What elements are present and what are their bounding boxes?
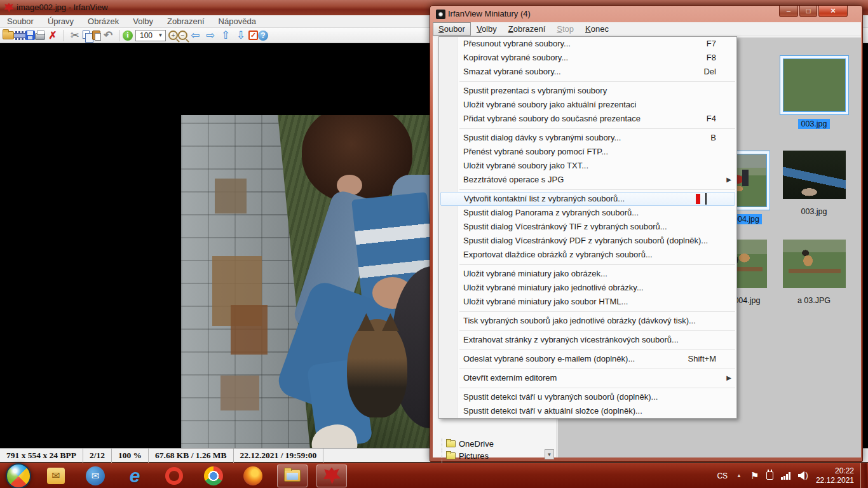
thumbs-menu-item[interactable]: Zobrazení — [503, 22, 552, 36]
main-window-title: image002.jpg - IrfanView — [17, 0, 108, 15]
file-menu-item[interactable]: Vytvořit kontaktní list z vybraných soub… — [440, 192, 735, 206]
help-icon[interactable]: ? — [258, 30, 268, 41]
main-menu-item[interactable]: Soubor — [0, 15, 41, 28]
outlook-icon[interactable]: ✉ — [41, 464, 71, 487]
action-center-flag-icon[interactable]: ⚑ — [750, 470, 759, 482]
file-menu-item[interactable]: Uložit vybrané miniatury jako obrázek...… — [439, 267, 736, 281]
file-menu-item[interactable]: ▶ — [439, 328, 736, 333]
toolbar-button[interactable] — [64, 30, 64, 41]
folder-tree-item[interactable]: Pictures — [442, 450, 543, 462]
file-menu-item[interactable]: Uložit vybrané miniatury jako jednotlivé… — [439, 281, 736, 295]
info-icon[interactable]: i — [123, 30, 133, 41]
thumbs-menu-item[interactable]: Soubor — [433, 22, 471, 36]
file-menu-item[interactable]: ▶ — [439, 187, 736, 192]
close-button[interactable]: × — [818, 6, 848, 17]
next-image-icon[interactable]: ⇨ — [203, 29, 218, 43]
submenu-arrow-icon: ▶ — [726, 173, 731, 187]
thumbnail-image — [783, 240, 846, 288]
file-menu-item[interactable]: ▶ — [439, 347, 736, 352]
internet-explorer-icon[interactable]: e — [119, 464, 150, 487]
undo-icon[interactable]: ↶ — [100, 29, 116, 43]
thumbs-menu-item[interactable]: Konec — [580, 22, 614, 36]
file-menu-item[interactable]: Spustit detekci tváří v aktuální složce … — [439, 404, 736, 418]
thumbnail-item[interactable]: 003.jpg — [772, 55, 856, 129]
folder-tree-item[interactable]: OneDrive — [442, 438, 543, 450]
zoom-out-icon[interactable]: − — [178, 30, 187, 40]
thumbs-menu-item[interactable]: Volby — [471, 22, 503, 36]
file-menu-item[interactable]: Del Smazat vybrané soubory... ▶ — [439, 65, 736, 79]
thumbnail-item[interactable]: 003.jpg — [772, 151, 856, 217]
file-menu-item[interactable]: Spustit dialog Vícestránkový PDF z vybra… — [439, 234, 736, 248]
main-menu-item[interactable]: Volby — [126, 15, 160, 28]
file-menu-item[interactable]: Spustit detekci tváří u vybraných soubor… — [439, 390, 736, 404]
folder-icon — [446, 452, 456, 459]
file-menu-item[interactable]: F8 Kopírovat vybrané soubory... ▶ — [439, 51, 736, 65]
windows-taskbar: ✉✉e CS ▲ ⚑ 20:22 22.12.2021 — [0, 463, 868, 488]
firefox-icon[interactable] — [238, 464, 268, 487]
file-menu-item[interactable]: F4 Přidat vybrané soubory do současné pr… — [439, 112, 736, 126]
file-menu-item[interactable]: Uložit vybrané soubory jako TXT... ▶ — [439, 159, 736, 173]
copy-icon[interactable] — [83, 30, 90, 39]
thumbs-menu-item[interactable]: Stop — [551, 22, 580, 36]
save-icon[interactable] — [25, 30, 35, 40]
volume-icon[interactable] — [798, 471, 808, 480]
delete-icon[interactable]: ✗ — [45, 29, 60, 43]
zoom-level-combobox[interactable]: 100 ▼ — [135, 30, 166, 41]
prev-image-icon[interactable]: ⇦ — [187, 29, 203, 43]
file-menu-item[interactable]: F7 Přesunout vybrané soubory... ▶ — [439, 37, 736, 51]
thumbnail-item[interactable]: a 03.JPG — [772, 240, 856, 306]
open-icon[interactable] — [3, 31, 14, 39]
main-menu-item[interactable]: Úpravy — [41, 15, 81, 28]
clock[interactable]: 20:22 22.12.2021 — [816, 466, 854, 485]
file-menu-item[interactable]: Uložit vybrané miniatury jako soubor HTM… — [439, 295, 736, 309]
file-menu-item[interactable]: Tisk vybraných souborů jako jednotlivé o… — [439, 314, 736, 328]
file-menu-item[interactable]: ▶ — [439, 385, 736, 390]
first-image-icon[interactable]: ⇧ — [218, 29, 233, 43]
file-menu-item[interactable]: Otevřít externím editorem ▶ — [439, 371, 736, 385]
last-image-icon[interactable]: ⇩ — [233, 29, 248, 43]
file-menu-item[interactable]: ▶ — [439, 366, 736, 371]
file-menu-item[interactable]: Shift+M Odeslat vybrané soubory e-mailem… — [439, 352, 736, 366]
zoom-in-icon[interactable]: + — [168, 30, 178, 40]
properties-icon[interactable]: ✓ — [248, 30, 258, 40]
file-menu-item[interactable]: ▶ — [439, 126, 736, 131]
language-indicator[interactable]: CS — [717, 471, 728, 480]
tree-scroll-down-arrow[interactable]: ▼ — [545, 449, 554, 459]
file-menu-item[interactable]: Exportovat dlaždice obrázků z vybraných … — [439, 248, 736, 262]
menu-shortcut: F8 — [707, 51, 716, 65]
main-menu-item[interactable]: Nápověda — [212, 15, 263, 28]
thumbnail-filename: a 03.JPG — [795, 295, 833, 306]
file-menu-item[interactable]: Spustit dialog Vícestránkový TIF z vybra… — [439, 220, 736, 234]
main-menu-item[interactable]: Obrázek — [81, 15, 126, 28]
irfanview-button[interactable] — [316, 464, 347, 487]
paste-icon[interactable] — [92, 30, 100, 40]
file-menu-item[interactable]: Uložit vybrané soubory jako aktuální pre… — [439, 98, 736, 112]
minimize-button[interactable]: – — [779, 6, 798, 17]
file-menu-item[interactable]: Spustit dialog Panorama z vybraných soub… — [439, 206, 736, 220]
explorer-button[interactable] — [277, 464, 308, 487]
file-menu-item[interactable]: B Spustit dialog dávky s vybranými soubo… — [439, 131, 736, 145]
maximize-button[interactable]: □ — [799, 6, 817, 17]
hidden-icons-chevron[interactable]: ▲ — [736, 473, 742, 478]
file-menu-item[interactable]: ▶ — [439, 309, 736, 314]
file-menu-item[interactable]: ▶ — [439, 262, 736, 267]
thumbnail-filename: 003.jpg — [798, 119, 829, 129]
cut-icon[interactable]: ✂ — [67, 29, 83, 43]
start-button[interactable] — [5, 464, 32, 487]
show-desktop-button[interactable] — [860, 463, 867, 488]
chrome-icon[interactable] — [198, 464, 229, 487]
toolbar-button[interactable] — [119, 30, 119, 41]
network-signal-icon[interactable] — [781, 472, 790, 480]
main-menu-item[interactable]: Zobrazení — [160, 15, 212, 28]
opera-icon[interactable] — [159, 464, 189, 487]
chevron-down-icon[interactable]: ▼ — [156, 31, 165, 40]
file-menu-item[interactable]: Spustit prezentaci s vybranými soubory ▶ — [439, 84, 736, 98]
print-icon[interactable] — [35, 33, 45, 40]
file-menu-item[interactable]: Přenést vybrané soubory pomocí FTP... ▶ — [439, 145, 736, 159]
file-menu-item[interactable]: Bezztrátové operace s JPG ▶ — [439, 173, 736, 187]
slideshow-icon[interactable] — [14, 31, 25, 40]
power-plug-icon[interactable] — [766, 471, 773, 480]
thunderbird-icon[interactable]: ✉ — [80, 464, 111, 487]
file-menu-item[interactable]: Extrahovat stránky z vybraných vícestrán… — [439, 333, 736, 347]
file-menu-item[interactable]: ▶ — [439, 79, 736, 84]
